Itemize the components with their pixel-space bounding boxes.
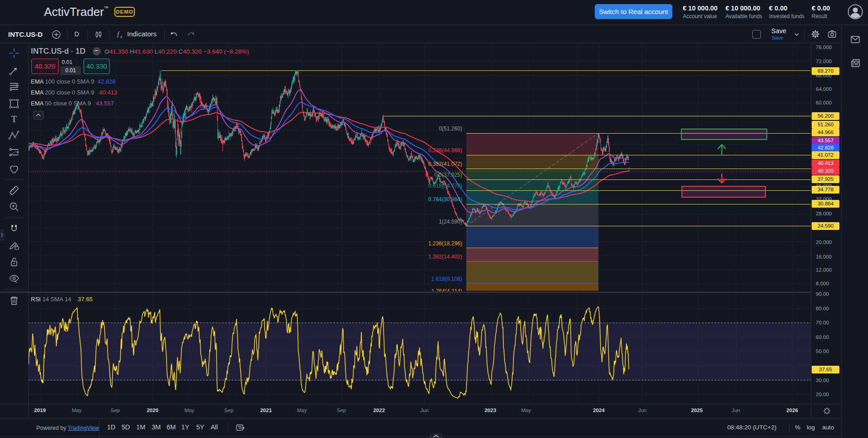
svg-text:T: T [11,114,17,124]
svg-text:x: x [120,35,123,39]
svg-text:f: f [117,30,120,38]
